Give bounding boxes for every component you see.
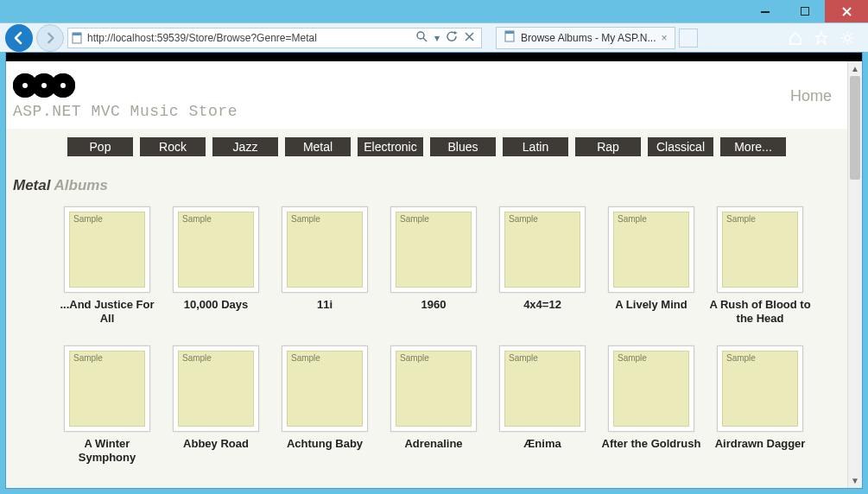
scroll-thumb[interactable]: [850, 76, 860, 180]
svg-point-7: [845, 35, 850, 41]
album-item[interactable]: SampleAirdrawn Dagger: [706, 345, 814, 466]
album-art: Sample: [390, 345, 477, 432]
album-item[interactable]: SampleA Lively Mind: [597, 206, 706, 326]
sample-label: Sample: [726, 214, 756, 224]
album-title: A Winter Symphony: [56, 437, 158, 466]
album-item[interactable]: SampleA Rush of Blood to the Head: [706, 206, 814, 326]
album-item[interactable]: Sample1960: [379, 206, 488, 326]
genre-rap[interactable]: Rap: [575, 137, 641, 156]
album-art: Sample: [282, 345, 368, 432]
sample-label: Sample: [182, 214, 212, 224]
close-button[interactable]: [825, 0, 868, 22]
sample-label: Sample: [400, 353, 429, 363]
genre-metal[interactable]: Metal: [285, 137, 351, 156]
page-viewport: ASP.NET MVC Music Store Home PopRockJazz…: [5, 52, 863, 489]
svg-rect-3: [73, 33, 81, 35]
page-icon: [68, 32, 86, 44]
settings-icon[interactable]: [839, 29, 856, 47]
section-suffix: Albums: [54, 177, 108, 193]
album-art: Sample: [282, 206, 368, 293]
album-art: Sample: [64, 206, 150, 293]
sample-label: Sample: [509, 214, 538, 224]
minimize-button[interactable]: [745, 0, 785, 22]
album-item[interactable]: Sample10,000 Days: [162, 206, 270, 326]
album-title: Airdrawn Dagger: [715, 437, 806, 451]
tab-strip: Browse Albums - My ASP.N... ×: [496, 27, 698, 49]
album-title: Abbey Road: [183, 437, 249, 451]
genre-electronic[interactable]: Electronic: [358, 137, 423, 156]
sample-label: Sample: [618, 353, 647, 363]
scroll-up-icon[interactable]: ▲: [848, 61, 862, 76]
forward-button[interactable]: [36, 24, 64, 52]
page-content: ASP.NET MVC Music Store Home PopRockJazz…: [6, 61, 847, 488]
genre-jazz[interactable]: Jazz: [212, 137, 278, 156]
genre-pop[interactable]: Pop: [67, 137, 133, 156]
sample-label: Sample: [400, 214, 429, 224]
sample-label: Sample: [509, 353, 538, 363]
album-title: Achtung Baby: [287, 437, 363, 451]
home-icon[interactable]: [787, 29, 804, 47]
dropdown-icon[interactable]: ▾: [434, 32, 440, 44]
album-item[interactable]: Sample4x4=12: [488, 206, 597, 326]
sample-label: Sample: [182, 353, 212, 363]
genre-classical[interactable]: Classical: [648, 137, 713, 156]
home-link[interactable]: Home: [790, 73, 840, 105]
album-item[interactable]: Sample...And Justice For All: [53, 206, 162, 326]
album-title: Ænima: [523, 437, 561, 451]
new-tab-button[interactable]: [679, 28, 698, 48]
scroll-down-icon[interactable]: ▼: [848, 473, 862, 488]
search-icon[interactable]: [416, 31, 428, 45]
sample-label: Sample: [73, 214, 103, 224]
browser-tab[interactable]: Browse Albums - My ASP.N... ×: [496, 27, 675, 49]
tab-favicon: [504, 30, 516, 45]
site-title: ASP.NET MVC Music Store: [13, 103, 238, 120]
sample-label: Sample: [73, 353, 103, 363]
album-art: Sample: [390, 206, 477, 293]
album-item[interactable]: SampleÆnima: [488, 345, 597, 466]
url-input[interactable]: [86, 29, 409, 47]
album-art: Sample: [717, 345, 803, 432]
genre-more[interactable]: More...: [720, 137, 786, 156]
album-item[interactable]: SampleAfter the Goldrush: [597, 345, 706, 466]
genre-latin[interactable]: Latin: [503, 137, 568, 156]
album-item[interactable]: SampleAchtung Baby: [270, 345, 379, 466]
vertical-scrollbar[interactable]: ▲ ▼: [847, 61, 862, 488]
album-grid: Sample...And Justice For AllSample10,000…: [13, 206, 840, 484]
album-title: 1960: [421, 298, 447, 312]
window-titlebar: [0, 0, 868, 22]
stop-icon[interactable]: [465, 32, 474, 44]
genre-blues[interactable]: Blues: [430, 137, 496, 156]
genre-rock[interactable]: Rock: [140, 137, 206, 156]
sample-label: Sample: [291, 353, 320, 363]
album-art: Sample: [64, 345, 150, 432]
album-title: A Rush of Blood to the Head: [709, 298, 811, 326]
album-item[interactable]: Sample11i: [270, 206, 379, 326]
sample-label: Sample: [618, 214, 647, 224]
refresh-icon[interactable]: [447, 31, 458, 45]
back-button[interactable]: [5, 24, 33, 52]
album-title: Adrenaline: [404, 437, 462, 451]
album-art: Sample: [608, 345, 694, 432]
sample-label: Sample: [291, 214, 320, 224]
album-item[interactable]: SampleAdrenaline: [379, 345, 488, 466]
svg-rect-0: [761, 11, 770, 13]
album-title: A Lively Mind: [615, 298, 687, 312]
maximize-button[interactable]: [785, 0, 825, 22]
genre-name: Metal: [13, 177, 50, 193]
section-title: Metal Albums: [13, 177, 840, 194]
album-art: Sample: [608, 206, 694, 293]
favorites-icon[interactable]: [813, 29, 830, 47]
genre-nav: PopRockJazzMetalElectronicBluesLatinRapC…: [6, 129, 847, 163]
address-bar[interactable]: ▾: [67, 28, 482, 48]
logo[interactable]: [13, 73, 238, 98]
album-item[interactable]: SampleAbbey Road: [162, 345, 270, 466]
album-art: Sample: [499, 345, 586, 432]
album-art: Sample: [717, 206, 803, 293]
album-art: Sample: [499, 206, 586, 293]
tab-close-icon[interactable]: ×: [662, 32, 668, 44]
album-art: Sample: [173, 206, 259, 293]
album-title: 4x4=12: [523, 298, 561, 312]
address-actions: ▾: [409, 31, 481, 45]
album-title: 11i: [317, 298, 333, 312]
album-item[interactable]: SampleA Winter Symphony: [53, 345, 162, 466]
